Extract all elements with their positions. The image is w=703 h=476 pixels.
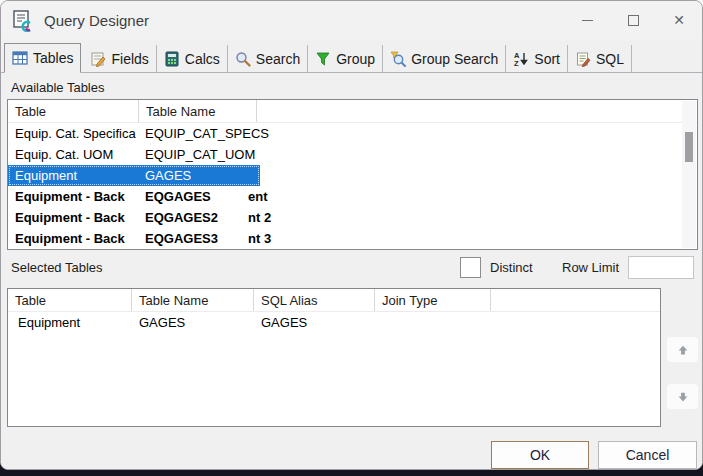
table-row-selected[interactable]: Equipment GAGES [8,165,260,186]
tab-strip: Tables Fields Calcs Search [1,41,702,73]
tab-tables[interactable]: Tables [4,43,81,73]
tab-sql[interactable]: SQL [568,45,632,72]
group-funnel-icon [315,51,331,67]
sort-az-icon: A Z [513,51,529,67]
cell-table-name: GAGES [139,168,191,183]
search-icon [235,51,251,67]
table-row[interactable]: Equipment - Back EQGAGES2 nt 2 [8,207,697,228]
minimize-icon [582,20,593,21]
tab-group[interactable]: Group [308,45,383,72]
arrow-up-icon [676,343,690,357]
tab-fields[interactable]: Fields [83,45,156,72]
vertical-scrollbar[interactable] [682,101,696,248]
cell-table-name: EQGAGES [139,189,211,204]
titlebar: Query Designer ✕ [1,1,702,39]
tab-sort[interactable]: A Z Sort [506,45,568,72]
selected-tables-header: Table Table Name SQL Alias Join Type [8,289,660,312]
tab-label: Sort [534,51,560,67]
calculator-icon [164,51,180,67]
selected-table-row[interactable]: Equipment GAGES GAGES [8,312,660,333]
cell-table-name: EQUIP_CAT_SPECS [139,126,269,141]
clipped-text-fragment: ent [248,186,268,207]
table-row[interactable]: Equip. Cat. UOM EQUIP_CAT_UOM [8,144,697,165]
svg-text:Z: Z [514,59,519,67]
maximize-button[interactable] [610,1,656,39]
query-designer-window: Query Designer ✕ Tables Fields [0,0,703,470]
column-header-table-name[interactable]: Table Name [139,100,257,122]
move-up-button[interactable] [667,337,698,362]
available-tables-label: Available Tables [11,80,104,95]
group-search-icon [390,51,406,67]
scrollbar-thumb[interactable] [685,132,693,162]
arrow-down-icon [676,390,690,404]
sql-icon [575,51,591,67]
close-button[interactable]: ✕ [656,1,702,39]
window-title: Query Designer [44,12,149,29]
tab-search[interactable]: Search [228,45,308,72]
tab-label: SQL [596,51,624,67]
column-header-sql-alias[interactable]: SQL Alias [254,289,375,311]
tab-label: Group [336,51,375,67]
column-header-table[interactable]: Table [8,289,132,311]
distinct-label: Distinct [490,260,533,275]
tab-label: Calcs [185,51,220,67]
available-tables-header: Table Table Name [8,100,697,123]
cell-table-name: EQUIP_CAT_UOM [139,147,255,162]
row-limit-input[interactable] [628,256,694,279]
column-header-join-type[interactable]: Join Type [375,289,491,311]
distinct-checkbox[interactable] [460,257,481,278]
clipped-text-fragment: nt 2 [248,207,271,228]
selected-tables-list[interactable]: Table Table Name SQL Alias Join Type Equ… [7,288,661,427]
cell-table-name: EQGAGES3 [139,231,218,246]
cell-table: Equipment - Back [8,231,139,246]
tab-calcs[interactable]: Calcs [157,45,228,72]
tab-label: Search [256,51,300,67]
cell-table: Equip. Cat. Specifica [8,126,139,141]
table-row[interactable]: Equipment - Back EQGAGES3 nt 3 [8,228,697,249]
ok-button[interactable]: OK [491,441,589,469]
cell-table: Equipment - Back [8,189,139,204]
cell-table-name: EQGAGES2 [139,210,218,225]
fields-icon [90,51,106,67]
selected-tables-label: Selected Tables [11,260,103,275]
cancel-button[interactable]: Cancel [598,441,697,469]
selected-tables-bar: Selected Tables Distinct Row Limit [1,255,702,285]
cell-table: Equip. Cat. UOM [8,147,139,162]
cell-table: Equipment [8,315,132,330]
cell-sql-alias: GAGES [254,315,375,330]
move-down-button[interactable] [667,384,698,409]
cell-table-name: GAGES [132,315,254,330]
row-limit-label: Row Limit [562,260,619,275]
tab-label: Fields [111,51,148,67]
tab-label: Group Search [411,51,498,67]
tab-label: Tables [33,50,73,66]
table-row[interactable]: Equip. Cat. Specifica EQUIP_CAT_SPECS [8,123,697,144]
table-icon [12,50,28,66]
query-designer-icon [11,8,35,32]
close-icon: ✕ [673,13,685,27]
tab-group-search[interactable]: Group Search [383,45,506,72]
available-tables-list[interactable]: Table Table Name Equip. Cat. Specifica E… [7,99,698,250]
tables-tab-page: Available Tables Table Table Name Equip.… [1,73,702,470]
table-row[interactable]: Equipment - Back EQGAGES ent [8,186,697,207]
column-header-table-name[interactable]: Table Name [132,289,254,311]
maximize-icon [628,15,639,26]
cell-table: Equipment - Back [8,210,139,225]
clipped-text-fragment: nt 3 [248,228,271,249]
minimize-button[interactable] [564,1,610,39]
column-header-table[interactable]: Table [8,100,139,122]
cell-table: Equipment [8,168,139,183]
